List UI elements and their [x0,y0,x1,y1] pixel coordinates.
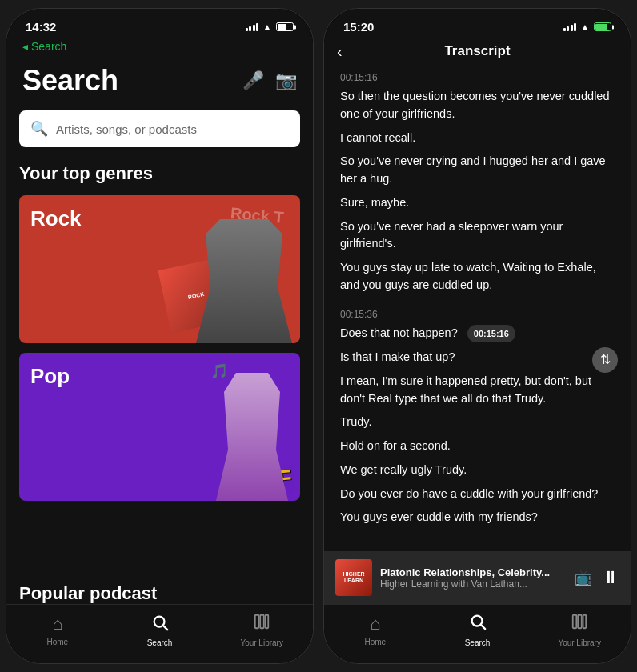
search-placeholder: Artists, songs, or podcasts [56,122,197,136]
device-icon[interactable]: 📺 [575,569,592,586]
pop-art: TGIF [180,365,300,501]
nav-library-right[interactable]: Your Library [528,613,631,647]
svg-line-6 [481,625,485,629]
transcript-line-15: You guys ever cuddle with my friends? [340,509,615,526]
wifi-icon: ▲ [262,22,272,33]
transcript-line-12: Hold on for a second. [340,438,615,455]
svg-rect-8 [578,615,582,629]
nav-search-left[interactable]: Search [109,614,211,647]
library-icon [253,613,270,635]
nav-search-right[interactable]: Search [427,613,529,647]
transcript-line-5: So you've never had a sleepover warn you… [340,218,615,254]
mini-player-art: HIGHERLEARN [335,559,372,596]
genre-grid: Rock Rock T ROCK Pop [6,195,313,572]
mini-player-info: Platonic Relationships, Celebrity... Hig… [380,566,567,590]
time-right: 15:20 [343,20,374,34]
nav-home-right[interactable]: ⌂ Home [324,614,427,646]
search-nav-icon [151,614,169,635]
svg-rect-9 [583,615,587,629]
svg-line-1 [163,626,167,630]
genre-card-pop[interactable]: Pop 🎵 TGIF [19,353,300,501]
mini-player-subtitle: Higher Learning with Van Lathan... [380,578,567,590]
genre-card-rock[interactable]: Rock Rock T ROCK [19,195,300,343]
transcript-line-6: You guys stay up late to watch, Waiting … [340,259,615,294]
popular-podcasts-title: Popular podcast [6,580,313,604]
left-phone: 14:32 ▲ ◂ Search [6,8,314,664]
transcript-line-10: I mean, I'm sure it happened pretty, but… [340,373,615,408]
genre-pop-label: Pop [30,364,70,389]
transcript-line-4: Sure, maybe. [340,194,615,212]
mini-player-controls: 📺 ⏸ [575,567,619,588]
status-bar-left: 14:32 ▲ [6,9,313,38]
transcript-line-14: Do you ever do have a cuddle with your g… [340,486,615,503]
genre-rock-label: Rock [30,206,82,231]
back-label: Search [31,40,66,53]
signal-icon-right [563,23,577,31]
timestamp-2: 00:15:36 [340,309,615,320]
mini-player[interactable]: HIGHERLEARN Platonic Relationships, Cele… [324,551,631,604]
signal-icon [246,23,259,31]
back-nav[interactable]: ◂ Search [6,38,313,56]
transcript-line-with-chip: Does that not happen? 00:15:16 [340,325,615,343]
library-icon-right [571,613,588,635]
timestamp-1: 00:15:16 [340,72,615,83]
wifi-icon-right: ▲ [580,22,590,33]
chevron-up-down-icon: ⇅ [600,352,611,367]
transcript-line-13: We get really ugly Trudy. [340,462,615,479]
search-bar[interactable]: 🔍 Artists, songs, or podcasts [19,110,300,147]
right-phone: 15:20 ▲ ‹ Transcript [323,8,631,664]
status-icons-right: ▲ [563,22,611,33]
search-title: Search [22,64,118,98]
bottom-nav-left: ⌂ Home Search [6,604,313,663]
battery-icon-right [594,22,611,31]
svg-rect-4 [266,615,269,629]
svg-rect-2 [255,615,259,629]
status-icons-left: ▲ [246,22,294,33]
mini-player-title: Platonic Relationships, Celebrity... [380,566,567,578]
transcript-content: 00:15:16 So then the question becomes yo… [324,66,631,551]
time-left: 14:32 [26,20,56,34]
pause-button[interactable]: ⏸ [602,567,619,588]
back-chevron-icon: ◂ [22,40,28,53]
time-chip: 00:15:16 [467,325,515,343]
transcript-line-3: So you've never crying and I hugged her … [340,153,615,188]
nav-home-left[interactable]: ⌂ Home [6,614,109,646]
home-icon: ⌂ [52,614,62,634]
transcript-line-2: I cannot recall. [340,130,615,147]
search-nav-icon-right [469,613,487,635]
search-header: Search 🎤 📷 [6,56,313,110]
transcript-line-11: Trudy. [340,414,615,431]
transcript-section-with-chip: Does that not happen? 00:15:16 ⇅ [340,325,615,350]
nav-library-left[interactable]: Your Library [210,613,313,647]
microphone-icon[interactable]: 🎤 [242,70,264,91]
transcript-nav: ‹ Transcript [324,38,631,66]
bottom-nav-right: ⌂ Home Search [324,604,631,663]
back-button-right[interactable]: ‹ [337,42,343,61]
transcript-page-title: Transcript [444,43,510,59]
svg-rect-3 [260,615,264,629]
home-icon-right: ⌂ [370,614,380,634]
scroll-arrow-button[interactable]: ⇅ [592,347,618,373]
search-magnifier-icon: 🔍 [30,120,48,138]
camera-icon[interactable]: 📷 [275,70,297,91]
svg-rect-7 [573,615,577,629]
status-bar-right: 15:20 ▲ [324,9,631,38]
transcript-line-1: So then the question becomes you've neve… [340,88,615,123]
top-genres-title: Your top genres [6,163,313,195]
battery-icon [276,22,294,31]
transcript-line-9: Is that I make that up? [340,349,615,366]
